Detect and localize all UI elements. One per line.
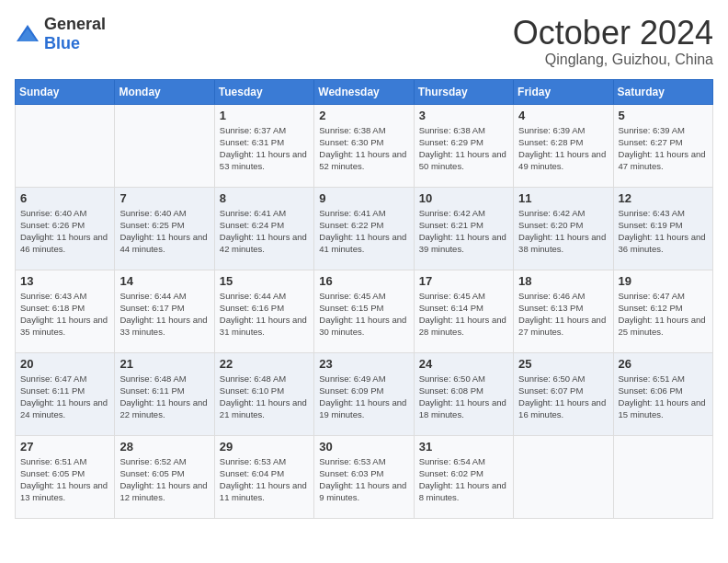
- day-number: 20: [20, 357, 109, 371]
- day-detail: Sunrise: 6:40 AM Sunset: 6:26 PM Dayligh…: [20, 207, 109, 256]
- day-number: 21: [119, 357, 209, 371]
- day-detail: Sunrise: 6:50 AM Sunset: 6:08 PM Dayligh…: [419, 373, 508, 421]
- day-number: 7: [119, 191, 209, 205]
- day-number: 1: [220, 109, 309, 122]
- day-number: 23: [319, 357, 408, 371]
- day-detail: Sunrise: 6:41 AM Sunset: 6:22 PM Dayligh…: [319, 207, 408, 256]
- calendar-cell: 7Sunrise: 6:40 AM Sunset: 6:25 PM Daylig…: [115, 187, 214, 270]
- calendar-cell: 23Sunrise: 6:49 AM Sunset: 6:09 PM Dayli…: [314, 352, 414, 435]
- day-detail: Sunrise: 6:51 AM Sunset: 6:05 PM Dayligh…: [20, 455, 109, 504]
- calendar-week-row: 27Sunrise: 6:51 AM Sunset: 6:05 PM Dayli…: [16, 435, 713, 518]
- calendar-cell: 12Sunrise: 6:43 AM Sunset: 6:19 PM Dayli…: [613, 187, 712, 270]
- day-detail: Sunrise: 6:39 AM Sunset: 6:28 PM Dayligh…: [518, 124, 608, 173]
- day-number: 5: [619, 109, 708, 122]
- day-number: 8: [220, 191, 309, 205]
- day-number: 14: [119, 274, 209, 288]
- day-number: 19: [619, 274, 708, 288]
- day-number: 18: [518, 274, 608, 288]
- day-number: 22: [220, 357, 309, 371]
- day-number: 25: [518, 357, 608, 371]
- calendar-cell: 9Sunrise: 6:41 AM Sunset: 6:22 PM Daylig…: [314, 187, 414, 270]
- calendar-cell: 16Sunrise: 6:45 AM Sunset: 6:15 PM Dayli…: [314, 270, 414, 352]
- calendar-cell: 11Sunrise: 6:42 AM Sunset: 6:20 PM Dayli…: [514, 187, 613, 270]
- calendar-cell: 28Sunrise: 6:52 AM Sunset: 6:05 PM Dayli…: [115, 435, 214, 518]
- weekday-header: Saturday: [613, 79, 712, 104]
- calendar-week-row: 1Sunrise: 6:37 AM Sunset: 6:31 PM Daylig…: [16, 104, 713, 187]
- day-detail: Sunrise: 6:42 AM Sunset: 6:21 PM Dayligh…: [419, 207, 508, 256]
- calendar-cell: 24Sunrise: 6:50 AM Sunset: 6:08 PM Dayli…: [414, 352, 513, 435]
- calendar-cell: 26Sunrise: 6:51 AM Sunset: 6:06 PM Dayli…: [613, 352, 712, 435]
- day-number: 15: [220, 274, 309, 288]
- day-detail: Sunrise: 6:45 AM Sunset: 6:14 PM Dayligh…: [419, 290, 508, 339]
- calendar-cell: 15Sunrise: 6:44 AM Sunset: 6:16 PM Dayli…: [214, 270, 313, 352]
- day-detail: Sunrise: 6:38 AM Sunset: 6:30 PM Dayligh…: [319, 124, 408, 173]
- day-detail: Sunrise: 6:52 AM Sunset: 6:05 PM Dayligh…: [119, 455, 209, 504]
- calendar-cell: 18Sunrise: 6:46 AM Sunset: 6:13 PM Dayli…: [514, 270, 613, 352]
- weekday-header: Tuesday: [214, 79, 313, 104]
- day-detail: Sunrise: 6:47 AM Sunset: 6:12 PM Dayligh…: [619, 290, 708, 339]
- title-block: October 2024 Qinglang, Guizhou, China: [513, 15, 713, 68]
- calendar-cell: 6Sunrise: 6:40 AM Sunset: 6:26 PM Daylig…: [16, 187, 115, 270]
- day-detail: Sunrise: 6:42 AM Sunset: 6:20 PM Dayligh…: [518, 207, 608, 256]
- day-detail: Sunrise: 6:50 AM Sunset: 6:07 PM Dayligh…: [518, 373, 608, 421]
- weekday-header: Thursday: [414, 79, 513, 104]
- page-header: General Blue October 2024 Qinglang, Guiz…: [15, 15, 713, 68]
- day-detail: Sunrise: 6:53 AM Sunset: 6:04 PM Dayligh…: [220, 455, 309, 504]
- calendar-cell: 29Sunrise: 6:53 AM Sunset: 6:04 PM Dayli…: [214, 435, 313, 518]
- day-number: 24: [419, 357, 508, 371]
- calendar-cell: 5Sunrise: 6:39 AM Sunset: 6:27 PM Daylig…: [613, 104, 712, 187]
- calendar-cell: 3Sunrise: 6:38 AM Sunset: 6:29 PM Daylig…: [414, 104, 513, 187]
- weekday-header: Wednesday: [314, 79, 414, 104]
- calendar-cell: 30Sunrise: 6:53 AM Sunset: 6:03 PM Dayli…: [314, 435, 414, 518]
- calendar-table: SundayMondayTuesdayWednesdayThursdayFrid…: [15, 79, 713, 519]
- calendar-cell: 22Sunrise: 6:48 AM Sunset: 6:10 PM Dayli…: [214, 352, 313, 435]
- day-number: 10: [419, 191, 508, 205]
- day-detail: Sunrise: 6:54 AM Sunset: 6:02 PM Dayligh…: [419, 455, 508, 504]
- calendar-cell: 21Sunrise: 6:48 AM Sunset: 6:11 PM Dayli…: [115, 352, 214, 435]
- day-number: 28: [119, 440, 209, 454]
- day-number: 12: [619, 191, 708, 205]
- day-detail: Sunrise: 6:44 AM Sunset: 6:17 PM Dayligh…: [119, 290, 209, 339]
- day-number: 9: [319, 191, 408, 205]
- day-detail: Sunrise: 6:48 AM Sunset: 6:11 PM Dayligh…: [119, 373, 209, 421]
- day-number: 31: [419, 440, 508, 454]
- day-number: 3: [419, 109, 508, 122]
- day-detail: Sunrise: 6:43 AM Sunset: 6:19 PM Dayligh…: [619, 207, 708, 256]
- weekday-header: Friday: [514, 79, 613, 104]
- day-number: 27: [20, 440, 109, 454]
- location-title: Qinglang, Guizhou, China: [513, 52, 713, 68]
- day-number: 16: [319, 274, 408, 288]
- day-number: 29: [220, 440, 309, 454]
- day-number: 6: [20, 191, 109, 205]
- day-number: 26: [619, 357, 708, 371]
- day-detail: Sunrise: 6:49 AM Sunset: 6:09 PM Dayligh…: [319, 373, 408, 421]
- calendar-cell: 19Sunrise: 6:47 AM Sunset: 6:12 PM Dayli…: [613, 270, 712, 352]
- day-number: 4: [518, 109, 608, 122]
- day-number: 2: [319, 109, 408, 122]
- day-detail: Sunrise: 6:47 AM Sunset: 6:11 PM Dayligh…: [20, 373, 109, 421]
- calendar-cell: 31Sunrise: 6:54 AM Sunset: 6:02 PM Dayli…: [414, 435, 513, 518]
- calendar-cell: 20Sunrise: 6:47 AM Sunset: 6:11 PM Dayli…: [16, 352, 115, 435]
- day-detail: Sunrise: 6:53 AM Sunset: 6:03 PM Dayligh…: [319, 455, 408, 504]
- weekday-header: Sunday: [16, 79, 115, 104]
- month-title: October 2024: [513, 15, 713, 52]
- calendar-cell: [16, 104, 115, 187]
- calendar-cell: 14Sunrise: 6:44 AM Sunset: 6:17 PM Dayli…: [115, 270, 214, 352]
- calendar-cell: [115, 104, 214, 187]
- day-detail: Sunrise: 6:37 AM Sunset: 6:31 PM Dayligh…: [220, 124, 309, 173]
- calendar-cell: [613, 435, 712, 518]
- logo: General Blue: [15, 15, 106, 53]
- day-detail: Sunrise: 6:51 AM Sunset: 6:06 PM Dayligh…: [619, 373, 708, 421]
- day-detail: Sunrise: 6:45 AM Sunset: 6:15 PM Dayligh…: [319, 290, 408, 339]
- day-detail: Sunrise: 6:38 AM Sunset: 6:29 PM Dayligh…: [419, 124, 508, 173]
- calendar-cell: 8Sunrise: 6:41 AM Sunset: 6:24 PM Daylig…: [214, 187, 313, 270]
- day-detail: Sunrise: 6:41 AM Sunset: 6:24 PM Dayligh…: [220, 207, 309, 256]
- day-number: 11: [518, 191, 608, 205]
- calendar-header-row: SundayMondayTuesdayWednesdayThursdayFrid…: [16, 79, 713, 104]
- weekday-header: Monday: [115, 79, 214, 104]
- day-detail: Sunrise: 6:46 AM Sunset: 6:13 PM Dayligh…: [518, 290, 608, 339]
- calendar-cell: 1Sunrise: 6:37 AM Sunset: 6:31 PM Daylig…: [214, 104, 313, 187]
- logo-icon: [15, 23, 40, 45]
- calendar-body: 1Sunrise: 6:37 AM Sunset: 6:31 PM Daylig…: [16, 104, 713, 518]
- logo-general-text: General: [44, 15, 106, 33]
